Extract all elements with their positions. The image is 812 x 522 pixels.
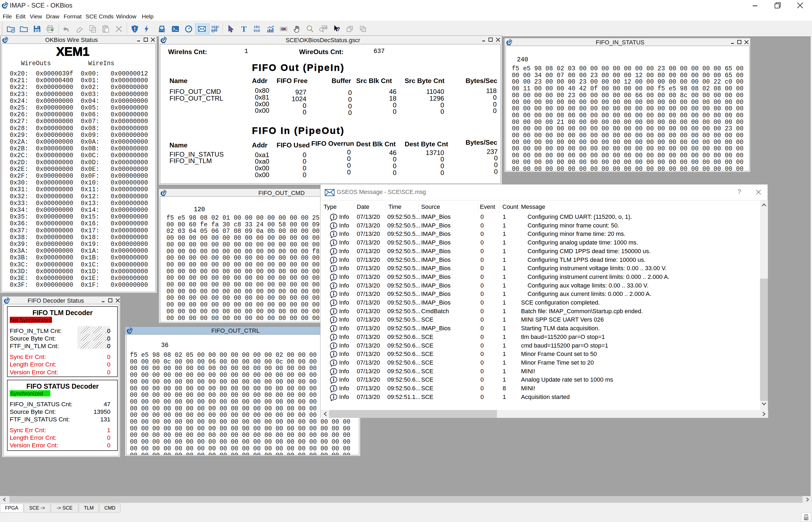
- svg-text:101: 101: [254, 25, 260, 29]
- svg-text:OK: OK: [281, 27, 286, 31]
- svg-text:010: 010: [254, 29, 260, 33]
- svg-text:T: T: [241, 25, 247, 33]
- svg-text:?: ?: [336, 26, 340, 33]
- svg-text:100: 100: [323, 26, 327, 29]
